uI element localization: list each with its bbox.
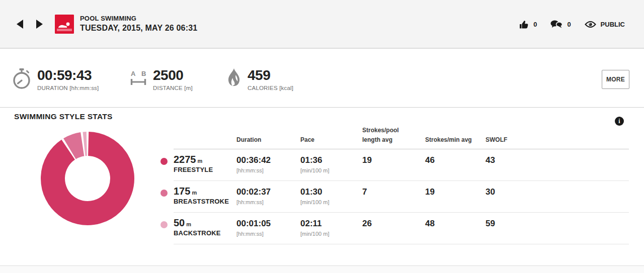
svg-text:A: A xyxy=(131,70,136,77)
footer-strip xyxy=(0,265,644,273)
flame-icon xyxy=(226,68,242,89)
style-cell: 2275m FREESTYLE xyxy=(174,149,236,180)
activity-navigation xyxy=(17,20,43,29)
swolf-cell: 30 xyxy=(486,181,629,212)
strokes-min-cell: 46 xyxy=(425,149,486,180)
donut-segment-breaststroke xyxy=(69,144,82,149)
eye-icon xyxy=(585,21,596,28)
col-strokes-pool: Strokes/pool length avg xyxy=(362,126,425,144)
activity-date-label: TUESDAY, 2015, MAY 26 06:31 xyxy=(80,23,197,33)
visibility-label: PUBLIC xyxy=(601,21,625,28)
activity-page: POOL SWIMMING TUESDAY, 2015, MAY 26 06:3… xyxy=(0,0,644,273)
swolf-cell: 43 xyxy=(486,149,629,180)
duration-unit: [hh:mm:ss] xyxy=(236,231,300,237)
pace-value: 01:36 xyxy=(300,149,362,165)
info-icon[interactable]: i xyxy=(615,117,624,126)
style-name: BACKSTROKE xyxy=(174,229,236,237)
pace-cell: 02:11 [min/100 m] xyxy=(300,213,362,244)
activity-title-block: POOL SWIMMING TUESDAY, 2015, MAY 26 06:3… xyxy=(80,15,197,33)
pace-value: 02:11 xyxy=(300,213,362,229)
pace-unit: [min/100 m] xyxy=(300,199,362,205)
pace-unit: [min/100 m] xyxy=(300,231,362,237)
style-distance-unit: m xyxy=(192,190,197,196)
backstroke-legend-dot xyxy=(160,221,168,228)
strokes-pool-cell: 7 xyxy=(362,181,425,212)
style-distance-unit: m xyxy=(186,221,191,227)
duration-value: 00:59:43 xyxy=(37,68,99,83)
col-strokes-min: Strokes/min avg xyxy=(425,135,486,145)
duration-value: 00:36:42 xyxy=(236,149,300,165)
donut-segment-freestyle xyxy=(53,144,122,213)
more-button[interactable]: MORE xyxy=(602,70,629,89)
duration-label: DURATION [hh:mm:ss] xyxy=(37,85,99,91)
previous-activity-button[interactable] xyxy=(17,20,23,29)
swim-style-donut-chart xyxy=(37,128,138,229)
pace-value: 01:30 xyxy=(300,181,362,197)
calories-metric: 459 CALORIES [kcal] xyxy=(226,68,293,91)
duration-metric: 00:59:43 DURATION [hh:mm:ss] xyxy=(12,68,99,91)
distance-value: 2500 xyxy=(153,68,193,83)
likes-group[interactable]: 0 xyxy=(519,20,537,29)
duration-value: 00:02:37 xyxy=(236,181,300,197)
style-distance: 2275 xyxy=(174,154,196,165)
style-name: FREESTYLE xyxy=(174,166,236,173)
pace-cell: 01:30 [min/100 m] xyxy=(300,181,362,212)
col-swolf: SWOLF xyxy=(486,135,629,145)
distance-label: DISTANCE [m] xyxy=(153,85,193,91)
stopwatch-icon xyxy=(12,68,31,90)
style-cell: 175m BREASTSTROKE xyxy=(174,181,236,212)
style-distance-unit: m xyxy=(198,158,203,164)
distance-metric: A B 2500 DISTANCE [m] xyxy=(130,68,193,91)
activity-header: POOL SWIMMING TUESDAY, 2015, MAY 26 06:3… xyxy=(0,0,644,49)
col-duration: Duration xyxy=(236,135,300,145)
strokes-min-cell: 48 xyxy=(425,213,486,244)
col-pace: Pace xyxy=(300,135,362,145)
style-cell: 50m BACKSTROKE xyxy=(174,213,236,244)
calories-value: 459 xyxy=(248,68,293,83)
pace-cell: 01:36 [min/100 m] xyxy=(300,149,362,180)
summary-metrics-row: 00:59:43 DURATION [hh:mm:ss] A B 2500 DI… xyxy=(0,49,644,108)
section-title: SWIMMING STYLE STATS xyxy=(14,112,113,121)
style-distance: 50 xyxy=(174,217,185,228)
likes-count: 0 xyxy=(533,21,537,28)
swolf-cell: 59 xyxy=(486,213,629,244)
style-distance: 175 xyxy=(174,186,190,197)
duration-value: 00:01:05 xyxy=(236,213,300,229)
comments-icon xyxy=(550,20,562,29)
social-bar: 0 0 xyxy=(519,0,625,49)
style-name: BREASTSTROKE xyxy=(174,198,236,205)
calories-label: CALORIES [kcal] xyxy=(248,85,293,91)
duration-cell: 00:36:42 [hh:mm:ss] xyxy=(236,149,300,180)
duration-cell: 00:01:05 [hh:mm:ss] xyxy=(236,213,300,244)
freestyle-legend-dot xyxy=(160,158,168,165)
duration-unit: [hh:mm:ss] xyxy=(236,167,300,173)
activity-type-label: POOL SWIMMING xyxy=(80,15,197,23)
table-row-breaststroke: 175m BREASTSTROKE 00:02:37 [hh:mm:ss] 01… xyxy=(174,181,629,213)
comments-group[interactable]: 0 xyxy=(550,20,571,29)
strokes-pool-cell: 26 xyxy=(362,213,425,244)
pool-swimming-icon xyxy=(55,15,74,34)
strokes-pool-cell: 19 xyxy=(362,149,425,180)
next-activity-button[interactable] xyxy=(36,20,43,29)
table-row-freestyle: 2275m FREESTYLE 00:36:42 [hh:mm:ss] 01:3… xyxy=(174,149,629,181)
duration-unit: [hh:mm:ss] xyxy=(236,199,300,205)
breaststroke-legend-dot xyxy=(160,190,168,197)
comments-count: 0 xyxy=(567,21,571,28)
table-header-row: Duration Pace Strokes/pool length avg St… xyxy=(174,126,629,149)
distance-ab-icon: A B xyxy=(130,68,147,88)
thumbs-up-icon xyxy=(519,20,529,29)
strokes-min-cell: 19 xyxy=(425,181,486,212)
svg-text:B: B xyxy=(141,70,146,77)
duration-cell: 00:02:37 [hh:mm:ss] xyxy=(236,181,300,212)
swim-style-table: Duration Pace Strokes/pool length avg St… xyxy=(174,126,629,244)
table-row-backstroke: 50m BACKSTROKE 00:01:05 [hh:mm:ss] 02:11… xyxy=(174,213,629,244)
visibility-group[interactable]: PUBLIC xyxy=(585,21,625,28)
pace-unit: [min/100 m] xyxy=(300,167,362,173)
